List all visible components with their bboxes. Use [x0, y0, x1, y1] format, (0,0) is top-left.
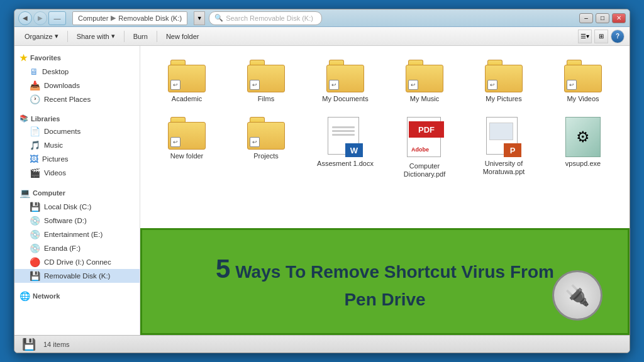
file-name-my-pictures: My Pictures — [486, 95, 521, 103]
toolbar-right: ☰▾ ⊞ ? — [578, 30, 625, 43]
nav-back-button[interactable]: ◀ — [18, 11, 32, 25]
address-bar[interactable]: Computer ▶ Removable Disk (K:) — [72, 11, 187, 25]
ent-e-icon: 💿 — [30, 229, 40, 239]
removable-k-icon: 💾 — [30, 271, 40, 281]
sidebar-item-eranda-f[interactable]: 💿 Eranda (F:) — [14, 241, 140, 255]
minimize-button[interactable]: – — [579, 13, 593, 23]
help-button[interactable]: ? — [611, 30, 625, 43]
computer-header[interactable]: 💻 Computer — [14, 186, 140, 200]
downloads-label: Downloads — [44, 82, 80, 89]
share-chevron-icon: ▾ — [111, 32, 115, 40]
new-folder-button[interactable]: New folder — [161, 30, 204, 43]
sidebar-item-entertainment-e[interactable]: 💿 Entertainment (E:) — [14, 228, 140, 241]
file-name-vpsupd: vpsupd.exe — [565, 160, 601, 168]
ent-e-label: Entertainment (E:) — [44, 231, 103, 238]
pdf-badge: PDF — [409, 121, 444, 138]
documents-icon: 📄 — [30, 126, 40, 136]
maximize-button[interactable]: □ — [596, 13, 609, 23]
title-bar: ◀ ▶ — Computer ▶ Removable Disk (K:) ▼ 🔍… — [14, 9, 630, 27]
network-header[interactable]: 🌐 Network — [14, 289, 140, 303]
music-label: Music — [44, 141, 63, 149]
nav-buttons: ◀ ▶ — — [18, 11, 66, 25]
sidebar-item-music[interactable]: 🎵 Music — [14, 138, 140, 152]
favorites-label: Favorites — [30, 54, 61, 62]
close-button[interactable]: ✕ — [612, 13, 626, 23]
desktop-icon: 🖥 — [30, 67, 38, 77]
documents-label: Documents — [44, 128, 80, 135]
share-with-button[interactable]: Share with ▾ — [72, 30, 120, 43]
folder-icon-academic: ↩ — [168, 60, 206, 92]
network-section: 🌐 Network — [14, 289, 140, 303]
file-name-projects: Projects — [253, 152, 279, 160]
libraries-icon: 📚 — [19, 114, 28, 123]
file-name-my-videos: My Videos — [567, 95, 599, 103]
music-icon: 🎵 — [30, 140, 40, 150]
search-placeholder: Search Removable Disk (K:) — [226, 14, 313, 22]
nav-forward-button[interactable]: ▶ — [33, 11, 47, 25]
address-drive: Removable Disk (K:) — [118, 14, 182, 22]
ppt-icon-uni-mora: P — [486, 117, 521, 157]
ppt-badge: P — [504, 143, 521, 157]
organize-label: Organize — [25, 33, 53, 40]
sidebar-item-removable-k[interactable]: 💾 Removable Disk (K:) — [14, 269, 140, 283]
favorites-section: ★ Favorites 🖥 Desktop 📥 Downloads 🕐 Rece… — [14, 51, 140, 106]
file-item-my-music[interactable]: ↩ My Music — [388, 56, 461, 107]
videos-label: Videos — [44, 169, 66, 177]
file-name-my-documents: My Documents — [322, 95, 368, 103]
sidebar-item-desktop[interactable]: 🖥 Desktop — [14, 65, 140, 79]
file-item-comp-dict[interactable]: PDF Adobe Computer Dictionary.pdf — [388, 113, 461, 182]
sidebar-item-downloads[interactable]: 📥 Downloads — [14, 79, 140, 92]
file-name-my-music: My Music — [410, 95, 439, 103]
sidebar-item-documents[interactable]: 📄 Documents — [14, 124, 140, 138]
recent-icon: 🕐 — [30, 94, 40, 104]
file-item-uni-mora[interactable]: P University of Moratuwa.ppt — [467, 113, 540, 182]
libraries-header[interactable]: 📚 Libraries — [14, 112, 140, 124]
file-item-new-folder[interactable]: ↩ New folder — [150, 113, 223, 182]
banner-text-line2: Pen Drive — [344, 288, 425, 311]
nav-up-button[interactable]: — — [48, 11, 66, 25]
adobe-label: Adobe — [411, 146, 429, 153]
computer-section: 💻 Computer 💾 Local Disk (C:) 💿 Software … — [14, 186, 140, 283]
software-d-icon: 💿 — [30, 216, 40, 226]
sidebar-item-software-d[interactable]: 💿 Software (D:) — [14, 214, 140, 228]
file-item-my-documents[interactable]: ↩ My Documents — [309, 56, 382, 107]
file-item-projects[interactable]: ↩ Projects — [230, 113, 303, 182]
pictures-label: Pictures — [42, 155, 69, 163]
file-item-academic[interactable]: ↩ Academic — [150, 56, 223, 107]
usb-icon: 🔌 — [552, 270, 602, 321]
sidebar-item-recent-places[interactable]: 🕐 Recent Places — [14, 92, 140, 106]
favorites-header[interactable]: ★ Favorites — [14, 51, 140, 65]
view-options-button[interactable]: ☰▾ — [578, 30, 592, 43]
sidebar-item-videos[interactable]: 🎬 Videos — [14, 166, 140, 180]
status-count: 14 items — [43, 341, 70, 348]
file-item-vpsupd[interactable]: ⚙ vpsupd.exe — [547, 113, 619, 182]
content-area: ↩ Academic ↩ Films — [140, 46, 630, 335]
organize-button[interactable]: Organize ▾ — [19, 30, 64, 43]
file-name-comp-dict: Computer Dictionary.pdf — [396, 162, 453, 178]
local-c-label: Local Disk (C:) — [44, 203, 91, 211]
banner-number: 5 — [216, 254, 230, 283]
sidebar-item-pictures[interactable]: 🖼 Pictures — [14, 152, 140, 166]
removable-k-label: Removable Disk (K:) — [44, 272, 110, 280]
software-d-label: Software (D:) — [44, 217, 87, 224]
sidebar: ★ Favorites 🖥 Desktop 📥 Downloads 🕐 Rece… — [14, 46, 140, 335]
recent-label: Recent Places — [44, 96, 91, 103]
downloads-icon: 📥 — [30, 80, 40, 90]
cd-drive-icon: 🔴 — [30, 257, 40, 267]
file-item-films[interactable]: ↩ Films — [230, 56, 303, 107]
sidebar-item-cd-drive[interactable]: 🔴 CD Drive (I:) Connec — [14, 255, 140, 269]
search-box[interactable]: 🔍 Search Removable Disk (K:) — [209, 11, 322, 25]
file-item-assessment[interactable]: W Assesment 1.docx — [309, 113, 382, 182]
file-item-my-pictures[interactable]: ↩ My Pictures — [467, 56, 540, 107]
overlay-banner: 5 Ways To Remove Shortcut Virus From Pen… — [140, 228, 630, 335]
address-arrow-button[interactable]: ▼ — [194, 11, 205, 25]
computer-icon: 💻 — [19, 188, 30, 198]
main-window: ◀ ▶ — Computer ▶ Removable Disk (K:) ▼ 🔍… — [14, 9, 630, 353]
file-item-my-videos[interactable]: ↩ My Videos — [547, 56, 619, 107]
word-icon-assessment: W — [328, 117, 363, 157]
title-bar-left: ◀ ▶ — Computer ▶ Removable Disk (K:) ▼ 🔍… — [18, 11, 322, 25]
sidebar-item-local-c[interactable]: 💾 Local Disk (C:) — [14, 200, 140, 214]
burn-button[interactable]: Burn — [128, 30, 153, 43]
toolbar: Organize ▾ Share with ▾ Burn New folder … — [14, 27, 630, 46]
view-details-button[interactable]: ⊞ — [594, 30, 608, 43]
